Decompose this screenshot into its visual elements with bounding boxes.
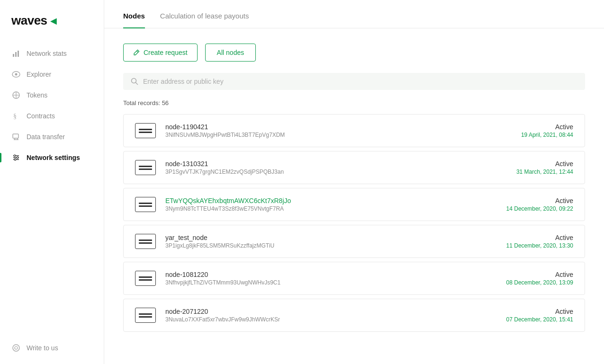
node-name: yar_test_node — [165, 234, 506, 241]
transfer-icon — [11, 132, 21, 142]
node-name: node-1310321 — [165, 160, 507, 168]
sidebar-item-network-stats[interactable]: Network stats — [0, 43, 104, 64]
node-status: Active 08 December, 2020, 13:09 — [506, 271, 573, 286]
circle-icon — [11, 90, 21, 100]
sidebar-item-data-transfer[interactable]: Data transfer — [0, 126, 104, 147]
node-info: ETwYQQskAYEhxbqtmAWXC6cKt7xR8jJo 3Nym9N8… — [165, 197, 506, 212]
list-item[interactable]: ETwYQQskAYEhxbqtmAWXC6cKt7xR8jJo 3Nym9N8… — [123, 188, 585, 221]
search-input[interactable] — [143, 78, 577, 85]
create-request-button[interactable]: Create request — [123, 44, 198, 62]
nav-items: Network stats Explorer Tokens — [0, 43, 104, 364]
node-info: node-2071220 3NuvaLo7XXFat5xr7wbvJFw9w9J… — [165, 308, 506, 323]
main-content: Nodes Calculation of lease payouts Creat… — [104, 0, 604, 364]
sidebar-item-label-write-to-us: Write to us — [27, 344, 58, 352]
list-item[interactable]: node-2071220 3NuvaLo7XXFat5xr7wbvJFw9w9J… — [123, 299, 585, 332]
sidebar-item-label-network-settings: Network settings — [27, 154, 80, 161]
sidebar-item-label-explorer: Explorer — [27, 71, 51, 78]
status-label: Active — [506, 197, 573, 204]
node-status: Active 31 March, 2021, 12:44 — [507, 160, 573, 175]
sidebar-item-label-network-stats: Network stats — [27, 50, 67, 57]
sidebar-item-write-to-us[interactable]: Write to us — [0, 337, 104, 364]
node-address: 3NfhvpjkjfLThZiVGTMmm93UwgNWHvJs9C1 — [165, 279, 506, 286]
status-date: 31 March, 2021, 12:44 — [507, 169, 573, 175]
status-date: 08 December, 2020, 13:09 — [506, 279, 573, 286]
sidebar-item-contracts[interactable]: § Contracts — [0, 106, 104, 126]
sidebar-item-tokens[interactable]: Tokens — [0, 85, 104, 106]
svg-point-14 — [14, 155, 16, 157]
svg-point-18 — [14, 159, 16, 160]
node-status: Active 07 December, 2020, 15:41 — [506, 308, 573, 323]
sidebar-item-network-settings[interactable]: Network settings — [0, 147, 104, 168]
search-icon — [131, 78, 138, 85]
sidebar-item-label-contracts: Contracts — [27, 112, 55, 120]
bar-chart-icon — [11, 49, 21, 58]
node-icon — [135, 160, 156, 175]
node-name: node-1190421 — [165, 123, 507, 131]
svg-rect-2 — [18, 51, 19, 57]
svg-text:§: § — [13, 113, 17, 120]
sidebar-item-label-data-transfer: Data transfer — [27, 133, 65, 141]
node-name-link[interactable]: ETwYQQskAYEhxbqtmAWXC6cKt7xR8jJo — [165, 197, 291, 204]
logo-text: waves — [11, 13, 47, 28]
total-records: Total records: 56 — [123, 99, 585, 107]
logo-icon: ◀ — [50, 16, 57, 26]
svg-point-4 — [15, 73, 18, 76]
list-item[interactable]: node-1190421 3NifNSUvMBJWpgHPwtBTi4L3BT7… — [123, 114, 585, 147]
sidebar-item-label-tokens: Tokens — [27, 91, 47, 99]
all-nodes-label: All nodes — [217, 49, 244, 56]
section-icon: § — [11, 111, 21, 121]
sidebar: waves ◀ Network stats Explorer — [0, 0, 104, 364]
svg-point-16 — [17, 157, 18, 159]
node-list: node-1190421 3NifNSUvMBJWpgHPwtBTi4L3BT7… — [123, 114, 585, 336]
status-date: 07 December, 2020, 15:41 — [506, 316, 573, 323]
content-area: Create request All nodes Total records: … — [104, 28, 604, 364]
node-info: node-1081220 3NfhvpjkjfLThZiVGTMmm93UwgN… — [165, 271, 506, 286]
svg-rect-9 — [13, 134, 18, 138]
create-request-label: Create request — [144, 49, 188, 56]
tab-nodes[interactable]: Nodes — [123, 4, 145, 28]
node-address: 3P1igxLg8jkF85LSM5MRSuKzzffajzMGTiU — [165, 242, 506, 249]
status-label: Active — [507, 160, 573, 168]
node-icon — [135, 308, 156, 323]
node-info: node-1190421 3NifNSUvMBJWpgHPwtBTi4L3BT7… — [165, 123, 507, 138]
svg-line-23 — [136, 83, 138, 85]
status-label: Active — [506, 271, 573, 278]
node-icon — [135, 234, 156, 249]
settings-icon — [11, 153, 21, 162]
tab-calculation[interactable]: Calculation of lease payouts — [160, 4, 249, 28]
chat-icon — [11, 343, 21, 353]
node-status: Active 19 April, 2021, 08:44 — [507, 123, 573, 138]
eye-icon — [11, 70, 21, 79]
logo-area: waves ◀ — [0, 0, 104, 43]
node-status: Active 11 December, 2020, 13:30 — [506, 234, 573, 249]
all-nodes-button[interactable]: All nodes — [205, 44, 256, 62]
node-info: node-1310321 3P1SgvVTJK7grgNC1EM2zvQSdjP… — [165, 160, 507, 175]
tabs-bar: Nodes Calculation of lease payouts — [104, 0, 604, 28]
node-icon — [135, 123, 156, 138]
node-info: yar_test_node 3P1igxLg8jkF85LSM5MRSuKzzf… — [165, 234, 506, 249]
node-icon — [135, 271, 156, 286]
status-label: Active — [506, 308, 573, 315]
search-bar — [123, 73, 585, 90]
status-label: Active — [506, 234, 573, 241]
status-date: 14 December, 2020, 09:22 — [506, 205, 573, 212]
status-date: 19 April, 2021, 08:44 — [507, 132, 573, 138]
svg-rect-1 — [15, 52, 17, 57]
svg-rect-0 — [13, 54, 14, 57]
status-label: Active — [507, 123, 573, 131]
list-item[interactable]: node-1081220 3NfhvpjkjfLThZiVGTMmm93UwgN… — [123, 262, 585, 295]
svg-point-19 — [13, 345, 19, 351]
node-name: ETwYQQskAYEhxbqtmAWXC6cKt7xR8jJo — [165, 197, 506, 204]
list-item[interactable]: node-1310321 3P1SgvVTJK7grgNC1EM2zvQSdjP… — [123, 151, 585, 184]
status-date: 11 December, 2020, 13:30 — [506, 242, 573, 249]
node-address: 3NuvaLo7XXFat5xr7wbvJFw9w9JhWWcrKSr — [165, 316, 506, 323]
pencil-icon — [133, 49, 140, 56]
node-name: node-1081220 — [165, 271, 506, 278]
sidebar-item-explorer[interactable]: Explorer — [0, 64, 104, 85]
actions-row: Create request All nodes — [123, 44, 585, 62]
node-name: node-2071220 — [165, 308, 506, 315]
node-address: 3NifNSUvMBJWpgHPwtBTi4L3BT7EpVg7XDM — [165, 132, 507, 138]
svg-point-20 — [15, 346, 18, 349]
list-item[interactable]: yar_test_node 3P1igxLg8jkF85LSM5MRSuKzzf… — [123, 225, 585, 258]
svg-line-21 — [137, 51, 138, 53]
